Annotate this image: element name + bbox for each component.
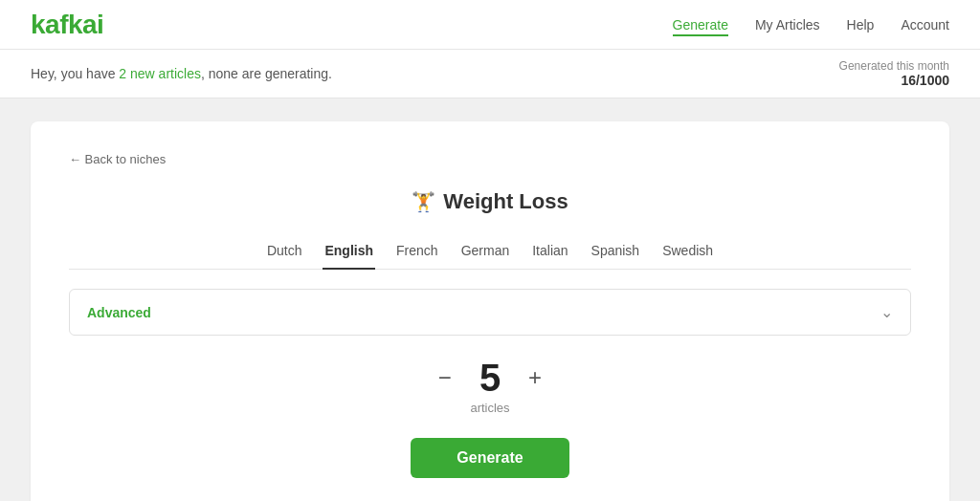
tab-spanish[interactable]: Spanish [590, 237, 642, 270]
advanced-dropdown[interactable]: Advanced ⌄ [69, 289, 911, 336]
usage-value: 16/1000 [839, 73, 949, 88]
nav-my-articles[interactable]: My Articles [755, 13, 820, 36]
notification-message: Hey, you have 2 new articles, none are g… [31, 66, 332, 81]
increase-count-button[interactable]: + [520, 362, 550, 393]
article-count-value: 5 [479, 359, 501, 397]
nav-help[interactable]: Help [847, 13, 875, 36]
generate-button[interactable]: Generate [411, 438, 568, 478]
main-content: ← Back to niches 🏋 Weight Loss Dutch Eng… [0, 98, 980, 501]
chevron-down-icon: ⌄ [880, 303, 893, 321]
page-title: 🏋 Weight Loss [69, 189, 911, 214]
usage-label: Generated this month [839, 59, 949, 73]
tab-dutch[interactable]: Dutch [265, 237, 304, 270]
header: kafkai Generate My Articles Help Account [0, 0, 980, 50]
page-title-text: Weight Loss [443, 189, 568, 214]
advanced-label: Advanced [87, 305, 151, 320]
notif-prefix: Hey, you have [31, 66, 119, 81]
tab-swedish[interactable]: Swedish [660, 237, 715, 270]
articles-label: articles [470, 401, 509, 415]
notification-bar: Hey, you have 2 new articles, none are g… [0, 50, 980, 98]
nav-generate[interactable]: Generate [673, 13, 728, 36]
tab-german[interactable]: German [459, 237, 512, 270]
decrease-count-button[interactable]: − [430, 362, 460, 393]
title-emoji: 🏋 [412, 190, 435, 213]
usage-counter: Generated this month 16/1000 [839, 59, 949, 88]
logo: kafkai [31, 10, 103, 40]
page-title-area: 🏋 Weight Loss [69, 189, 911, 214]
notif-suffix: , none are generating. [201, 66, 332, 81]
count-controls: − 5 + [430, 359, 550, 397]
language-tabs: Dutch English French German Italian Span… [69, 237, 911, 270]
back-to-niches-link[interactable]: ← Back to niches [69, 152, 911, 166]
main-nav: Generate My Articles Help Account [673, 13, 949, 36]
main-card: ← Back to niches 🏋 Weight Loss Dutch Eng… [31, 121, 949, 501]
nav-account[interactable]: Account [901, 13, 949, 36]
tab-french[interactable]: French [394, 237, 440, 270]
article-count-area: − 5 + articles [69, 359, 911, 415]
new-articles-link[interactable]: 2 new articles [119, 66, 201, 81]
tab-english[interactable]: English [323, 237, 375, 270]
tab-italian[interactable]: Italian [530, 237, 569, 270]
